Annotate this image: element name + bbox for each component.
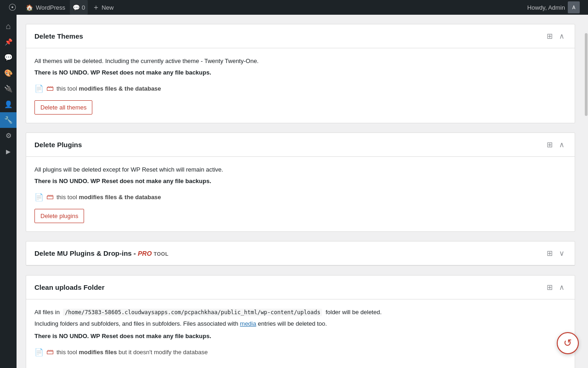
modifies-text-3: this tool modifies files but it doesn't … bbox=[57, 349, 208, 356]
avatar: A bbox=[568, 1, 580, 13]
refresh-icon: ↻ bbox=[564, 337, 572, 349]
wp-logo-icon: ☉ bbox=[8, 2, 17, 13]
wrench-icon: 🔧 bbox=[4, 116, 13, 124]
clean-uploads-header: Clean uploads Folder ⊞ ∧ bbox=[26, 276, 575, 299]
delete-themes-card: Delete Themes ⊞ ∧ All themes will be del… bbox=[26, 24, 575, 123]
new-label: New bbox=[102, 4, 113, 11]
howdy-item[interactable]: Howdy, Admin A bbox=[523, 1, 584, 13]
pro-badge: PRO bbox=[138, 250, 152, 257]
delete-themes-header: Delete Themes ⊞ ∧ bbox=[26, 24, 575, 48]
database-icon: 🗃 bbox=[46, 84, 54, 92]
pin-icon: 📌 bbox=[5, 38, 12, 46]
database-icon-2: 🗃 bbox=[46, 193, 54, 201]
home-icon: 🏠 bbox=[26, 4, 33, 11]
collapse-icon[interactable]: ∧ bbox=[557, 31, 566, 41]
scroll-thumb bbox=[585, 33, 588, 116]
comments-icon: 💬 bbox=[73, 4, 80, 11]
delete-themes-desc1: All themes will be deleted. Including th… bbox=[34, 57, 566, 66]
sidebar-item-appearance[interactable]: 🎨 bbox=[0, 65, 17, 81]
sidebar-item-media[interactable]: ▶ bbox=[0, 144, 17, 159]
admin-bar: ☉ 🏠 WordPress 💬 0 ＋ New Howdy, Admin A bbox=[0, 0, 588, 15]
database-icon-3: 🗃 bbox=[46, 348, 54, 356]
clean-uploads-title: Clean uploads Folder bbox=[34, 283, 105, 291]
comments-bubble-icon: 💬 bbox=[4, 53, 13, 62]
sidebar-item-comments[interactable]: 💬 bbox=[0, 50, 17, 65]
modifies-text-2: this tool modifies files & the database bbox=[57, 194, 161, 201]
delete-mu-plugins-title: Delete MU Plugins & Drop-ins - PRO TOOL bbox=[34, 249, 169, 257]
scrollbar[interactable] bbox=[584, 15, 588, 368]
delete-all-themes-button[interactable]: Delete all themes bbox=[34, 100, 92, 115]
file-icon-2: 📄 bbox=[34, 193, 44, 201]
delete-plugins-title: Delete Plugins bbox=[34, 141, 82, 149]
delete-themes-actions: ⊞ ∧ bbox=[545, 31, 566, 41]
sidebar-item-tools[interactable]: 🔧 bbox=[0, 112, 17, 128]
delete-mu-plugins-actions: ⊞ ∨ bbox=[545, 248, 566, 259]
site-name-label: WordPress bbox=[36, 4, 65, 11]
uploads-path: /home/75383-58605.cloudwaysapps.com/pcpa… bbox=[63, 309, 322, 316]
dashboard-icon: ⌂ bbox=[6, 22, 11, 31]
play-icon: ▶ bbox=[6, 148, 11, 155]
delete-mu-plugins-dash: - bbox=[132, 249, 138, 257]
delete-mu-plugins-header: Delete MU Plugins & Drop-ins - PRO TOOL … bbox=[26, 242, 575, 265]
clean-uploads-warning: There is NO UNDO. WP Reset does not make… bbox=[34, 332, 566, 341]
media-link[interactable]: media bbox=[240, 320, 256, 327]
grid-icon[interactable]: ⊞ bbox=[545, 31, 554, 41]
delete-themes-title: Delete Themes bbox=[34, 32, 83, 40]
delete-themes-warning: There is NO UNDO. WP Reset does not make… bbox=[34, 68, 566, 78]
delete-plugins-header: Delete Plugins ⊞ ∧ bbox=[26, 133, 575, 157]
expand-icon-3[interactable]: ∨ bbox=[557, 248, 566, 259]
refresh-button[interactable]: ↻ bbox=[557, 332, 579, 354]
sidebar-item-plugins[interactable]: 🔌 bbox=[0, 81, 17, 97]
sidebar: ⌂ 📌 💬 🎨 🔌 👤 🔧 ⚙ ▶ bbox=[0, 15, 17, 368]
delete-plugins-actions: ⊞ ∧ bbox=[545, 139, 566, 150]
sidebar-item-settings[interactable]: ⚙ bbox=[0, 128, 17, 144]
delete-mu-plugins-title-text: Delete MU Plugins & Drop-ins bbox=[34, 249, 132, 257]
delete-plugins-desc1: All plugins will be deleted except for W… bbox=[34, 165, 566, 175]
comments-item[interactable]: 💬 0 bbox=[70, 0, 88, 15]
tool-label: TOOL bbox=[154, 251, 169, 257]
clean-uploads-body: All files in /home/75383-58605.cloudways… bbox=[26, 299, 575, 368]
delete-plugins-card: Delete Plugins ⊞ ∧ All plugins will be d… bbox=[26, 132, 575, 232]
layout: ⌂ 📌 💬 🎨 🔌 👤 🔧 ⚙ ▶ Delete bbox=[0, 15, 588, 368]
delete-plugins-warning: There is NO UNDO. WP Reset does not make… bbox=[34, 177, 566, 186]
file-icon-3: 📄 bbox=[34, 348, 44, 356]
delete-themes-modifies: 📄 🗃 this tool modifies files & the datab… bbox=[34, 84, 566, 93]
comments-count: 0 bbox=[82, 4, 85, 11]
new-content-item[interactable]: ＋ New bbox=[88, 0, 118, 15]
sidebar-item-users[interactable]: 👤 bbox=[0, 97, 17, 112]
modifies-text: this tool modifies files & the database bbox=[57, 85, 161, 92]
grid-icon-3[interactable]: ⊞ bbox=[545, 248, 554, 259]
collapse-icon-2[interactable]: ∧ bbox=[557, 139, 566, 150]
clean-uploads-modifies: 📄 🗃 this tool modifies files but it does… bbox=[34, 348, 566, 356]
admin-bar-left: ☉ 🏠 WordPress 💬 0 ＋ New bbox=[4, 0, 523, 15]
settings-icon: ⚙ bbox=[6, 132, 11, 140]
site-name-item[interactable]: 🏠 WordPress bbox=[21, 0, 70, 15]
palette-icon: 🎨 bbox=[4, 69, 13, 77]
collapse-icon-4[interactable]: ∧ bbox=[557, 282, 566, 293]
wp-logo-item[interactable]: ☉ bbox=[4, 0, 21, 15]
plugins-icon: 🔌 bbox=[4, 85, 13, 93]
file-icon: 📄 bbox=[34, 84, 44, 93]
sidebar-item-pin[interactable]: 📌 bbox=[0, 34, 17, 50]
admin-bar-right: Howdy, Admin A bbox=[523, 1, 584, 13]
clean-uploads-desc2: Including folders and subfolders, and fi… bbox=[34, 319, 566, 329]
delete-plugins-button[interactable]: Delete plugins bbox=[34, 209, 84, 224]
delete-plugins-modifies: 📄 🗃 this tool modifies files & the datab… bbox=[34, 193, 566, 201]
howdy-label: Howdy, Admin bbox=[527, 4, 565, 11]
delete-mu-plugins-card: Delete MU Plugins & Drop-ins - PRO TOOL … bbox=[26, 241, 575, 266]
delete-themes-body: All themes will be deleted. Including th… bbox=[26, 48, 575, 123]
main-content: Delete Themes ⊞ ∧ All themes will be del… bbox=[17, 15, 584, 368]
grid-icon-2[interactable]: ⊞ bbox=[545, 139, 554, 150]
grid-icon-4[interactable]: ⊞ bbox=[545, 282, 554, 293]
plus-icon: ＋ bbox=[92, 3, 100, 12]
delete-plugins-body: All plugins will be deleted except for W… bbox=[26, 157, 575, 231]
user-icon: 👤 bbox=[4, 100, 13, 109]
clean-uploads-desc1: All files in /home/75383-58605.cloudways… bbox=[34, 308, 566, 317]
clean-uploads-actions: ⊞ ∧ bbox=[545, 282, 566, 293]
sidebar-item-dashboard[interactable]: ⌂ bbox=[0, 18, 17, 34]
clean-uploads-card: Clean uploads Folder ⊞ ∧ All files in /h… bbox=[26, 275, 575, 368]
